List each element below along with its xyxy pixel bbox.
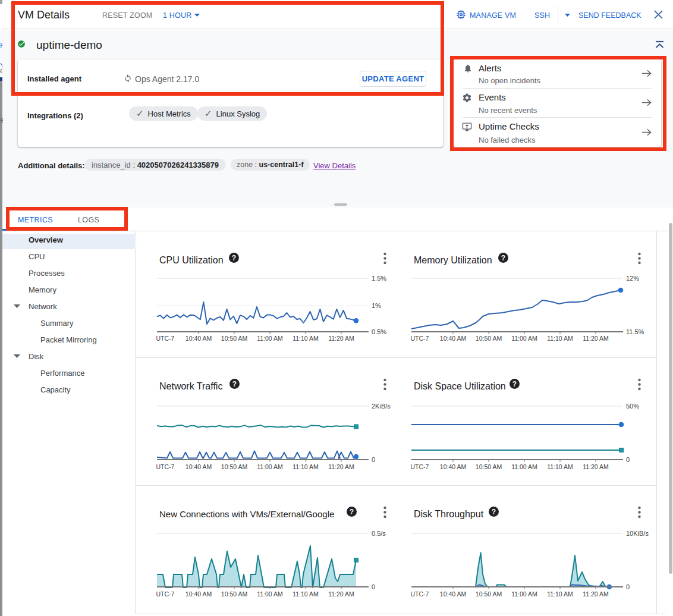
svg-text:?: ? (350, 508, 354, 516)
svg-text:?: ? (501, 254, 505, 262)
svg-text:2KiB/s: 2KiB/s (372, 403, 391, 410)
svg-text:10:40 AM: 10:40 AM (440, 335, 466, 342)
svg-text:11:00 AM: 11:00 AM (257, 590, 283, 598)
svg-text:10:40 AM: 10:40 AM (185, 463, 212, 470)
svg-text:10KiB/s: 10KiB/s (626, 530, 649, 537)
svg-text:11:20 AM: 11:20 AM (583, 335, 609, 342)
svg-text:11:10 AM: 11:10 AM (293, 463, 319, 470)
svg-text:11:20 AM: 11:20 AM (328, 463, 354, 470)
svg-text:?: ? (492, 508, 496, 516)
svg-text:11:20 AM: 11:20 AM (583, 590, 609, 598)
svg-text:11:10 AM: 11:10 AM (547, 335, 573, 342)
svg-text:1.5%: 1.5% (372, 275, 386, 282)
svg-text:11:00 AM: 11:00 AM (257, 463, 283, 470)
svg-text:Disk Throughput: Disk Throughput (414, 509, 484, 519)
svg-text:11:20 AM: 11:20 AM (328, 335, 354, 342)
svg-text:10:50 AM: 10:50 AM (476, 463, 502, 470)
svg-text:10:40 AM: 10:40 AM (440, 463, 466, 470)
svg-text:UTC-7: UTC-7 (411, 335, 429, 342)
svg-text:0: 0 (372, 456, 375, 463)
svg-text:10:50 AM: 10:50 AM (221, 463, 247, 470)
svg-text:12%: 12% (626, 275, 639, 282)
svg-text:UTC-7: UTC-7 (411, 590, 429, 598)
svg-text:11:00 AM: 11:00 AM (511, 463, 537, 470)
svg-text:0: 0 (372, 583, 375, 590)
svg-text:0.5/s: 0.5/s (372, 530, 386, 537)
svg-text:0: 0 (626, 583, 630, 590)
svg-text:11:10 AM: 11:10 AM (547, 463, 573, 470)
svg-text:50%: 50% (626, 403, 639, 410)
svg-text:10:50 AM: 10:50 AM (476, 335, 502, 342)
svg-text:UTC-7: UTC-7 (411, 463, 429, 470)
svg-text:?: ? (232, 254, 236, 262)
svg-text:Disk Space Utilization: Disk Space Utilization (414, 381, 506, 391)
svg-text:11:00 AM: 11:00 AM (257, 335, 283, 342)
svg-text:10:40 AM: 10:40 AM (185, 335, 212, 342)
svg-text:UTC-7: UTC-7 (156, 335, 175, 342)
svg-text:Network Traffic: Network Traffic (159, 381, 222, 391)
svg-text:10:40 AM: 10:40 AM (185, 590, 212, 598)
svg-text:0.5%: 0.5% (372, 328, 386, 335)
svg-text:11:10 AM: 11:10 AM (293, 335, 319, 342)
svg-text:11:20 AM: 11:20 AM (328, 590, 354, 598)
svg-text:10:40 AM: 10:40 AM (440, 590, 466, 598)
svg-text:?: ? (512, 380, 517, 388)
svg-text:1%: 1% (372, 302, 381, 309)
svg-text:?: ? (232, 380, 237, 388)
svg-text:11:10 AM: 11:10 AM (547, 590, 573, 598)
svg-text:10:50 AM: 10:50 AM (221, 335, 247, 342)
svg-text:0: 0 (626, 456, 630, 463)
svg-text:CPU Utilization: CPU Utilization (159, 255, 224, 265)
svg-text:11.5%: 11.5% (626, 328, 644, 335)
svg-text:10:50 AM: 10:50 AM (221, 590, 247, 598)
svg-text:11:00 AM: 11:00 AM (511, 590, 537, 598)
svg-text:UTC-7: UTC-7 (156, 463, 175, 470)
svg-text:10:50 AM: 10:50 AM (476, 590, 502, 598)
svg-text:11:20 AM: 11:20 AM (583, 463, 609, 470)
svg-text:11:10 AM: 11:10 AM (293, 590, 319, 598)
svg-text:Memory Utilization: Memory Utilization (414, 255, 492, 265)
svg-text:11:00 AM: 11:00 AM (511, 335, 537, 342)
svg-text:UTC-7: UTC-7 (156, 590, 175, 598)
svg-text:New Connections with VMs/Exter: New Connections with VMs/External/Google (159, 509, 334, 519)
